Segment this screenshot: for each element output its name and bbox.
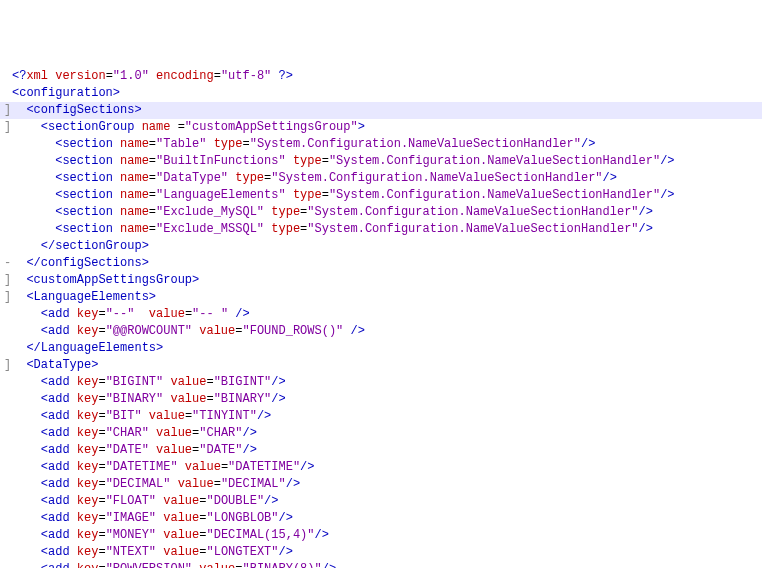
code-line: ] <sectionGroup name ="customAppSettings…: [0, 119, 762, 136]
code-line: ] <DataType>: [0, 357, 762, 374]
code-line: <add key="CHAR" value="CHAR"/>: [0, 425, 762, 442]
code-line: <add key="DECIMAL" value="DECIMAL"/>: [0, 476, 762, 493]
code-line: <section name="DataType" type="System.Co…: [0, 170, 762, 187]
code-line: <add key="BINARY" value="BINARY"/>: [0, 391, 762, 408]
code-line: <?xml version="1.0" encoding="utf-8" ?>: [0, 68, 762, 85]
code-line: <add key="DATETIME" value="DATETIME"/>: [0, 459, 762, 476]
xml-code-view: <?xml version="1.0" encoding="utf-8" ?><…: [0, 68, 762, 568]
code-line: <add key="MONEY" value="DECIMAL(15,4)"/>: [0, 527, 762, 544]
code-line: <add key="@@ROWCOUNT" value="FOUND_ROWS(…: [0, 323, 762, 340]
code-line: <configuration>: [0, 85, 762, 102]
code-line: <section name="LanguageElements" type="S…: [0, 187, 762, 204]
code-line: </sectionGroup>: [0, 238, 762, 255]
code-line: <section name="BuiltInFunctions" type="S…: [0, 153, 762, 170]
code-line: - </configSections>: [0, 255, 762, 272]
code-line: </LanguageElements>: [0, 340, 762, 357]
code-line: <add key="ROWVERSION" value="BINARY(8)"/…: [0, 561, 762, 568]
code-line: <add key="FLOAT" value="DOUBLE"/>: [0, 493, 762, 510]
code-line: <add key="BIGINT" value="BIGINT"/>: [0, 374, 762, 391]
code-line: <add key="BIT" value="TINYINT"/>: [0, 408, 762, 425]
code-line: <add key="IMAGE" value="LONGBLOB"/>: [0, 510, 762, 527]
code-line: ] <configSections>: [0, 102, 762, 119]
code-line: <section name="Exclude_MSSQL" type="Syst…: [0, 221, 762, 238]
code-line: <section name="Exclude_MySQL" type="Syst…: [0, 204, 762, 221]
code-line: <add key="NTEXT" value="LONGTEXT"/>: [0, 544, 762, 561]
code-line: ] <customAppSettingsGroup>: [0, 272, 762, 289]
code-line: <add key="DATE" value="DATE"/>: [0, 442, 762, 459]
code-line: <section name="Table" type="System.Confi…: [0, 136, 762, 153]
code-line: ] <LanguageElements>: [0, 289, 762, 306]
code-line: <add key="--" value="-- " />: [0, 306, 762, 323]
